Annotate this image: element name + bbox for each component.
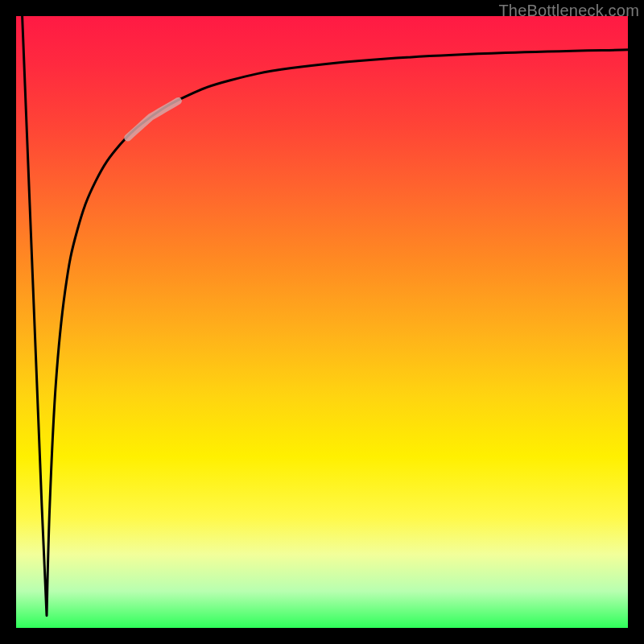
curve-main [23,16,628,616]
curve-svg [16,16,628,628]
watermark-text: TheBottleneck.com [498,2,639,20]
curve-highlight [128,101,179,138]
chart-frame: TheBottleneck.com [0,0,644,644]
curve-group [23,16,628,616]
